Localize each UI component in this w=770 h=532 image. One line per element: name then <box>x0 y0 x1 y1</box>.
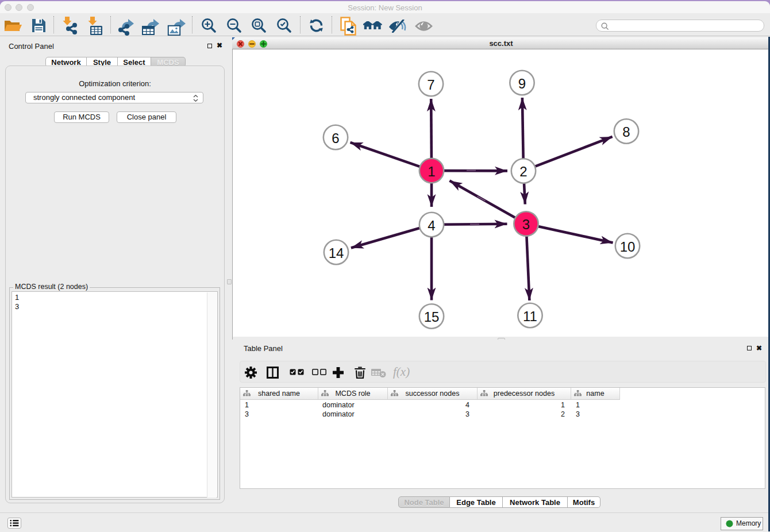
svg-text:14: 14 <box>329 245 344 261</box>
svg-text:15: 15 <box>424 309 440 325</box>
svg-text:6: 6 <box>332 130 339 146</box>
svg-text:7: 7 <box>427 77 434 92</box>
svg-text:3: 3 <box>522 217 530 232</box>
svg-text:10: 10 <box>620 239 636 255</box>
svg-text:9: 9 <box>518 76 526 91</box>
svg-text:1: 1 <box>428 164 435 179</box>
svg-text:8: 8 <box>622 124 630 140</box>
svg-text:11: 11 <box>523 309 537 324</box>
svg-text:2: 2 <box>519 164 527 179</box>
svg-text:4: 4 <box>428 218 435 233</box>
